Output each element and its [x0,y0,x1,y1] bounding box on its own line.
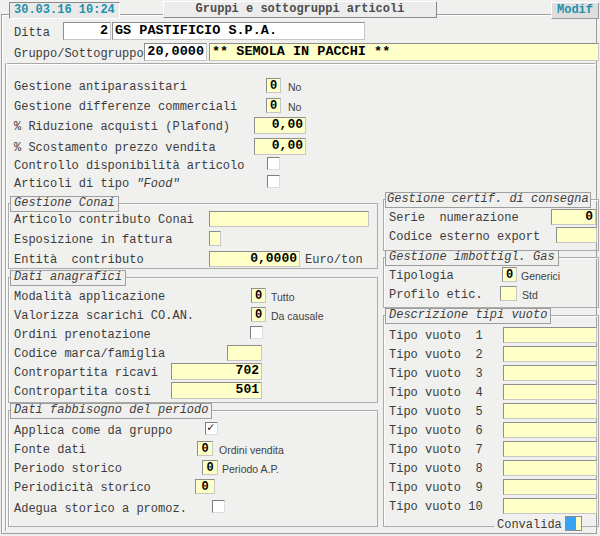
conai-articolo-field[interactable] [209,211,369,227]
valorizza-label: Valorizza scarichi CO.AN. [14,309,194,323]
conai-esposizione-field[interactable] [209,231,221,246]
ordini-label: Ordini prenotazione [14,328,151,342]
valorizza-field[interactable]: 0 [251,307,266,322]
ordini-checkbox[interactable] [250,326,263,339]
profilo-label: Profilo etic. [389,288,483,302]
tipo-vuoto-8-field[interactable] [503,460,597,476]
convalida-label: Convalida [494,518,565,532]
adegua-checkbox[interactable] [212,500,225,513]
conai-entita-field[interactable]: 0,0000 [209,251,300,267]
tipo-vuoto-4-field[interactable] [503,384,597,400]
conai-entita-label: Entità contributo [14,253,144,267]
tipologia-field[interactable]: 0 [502,267,517,282]
tipo-vuoto-4-label: Tipo vuoto 4 [389,386,483,400]
differenze-field[interactable]: 0 [266,98,281,113]
tipo-vuoto-7-label: Tipo vuoto 7 [389,443,483,457]
ditta-code-field[interactable]: 2 [63,22,111,40]
applica-label: Applica come da gruppo [14,424,172,438]
serie-label: Serie numerazione [389,211,519,225]
periodo-desc: Periodo A.P. [222,462,279,476]
tipo-vuoto-2-label: Tipo vuoto 2 [389,348,483,362]
tipo-vuoto-1-field[interactable] [503,327,597,343]
fonte-label: Fonte dati [14,443,86,457]
tipologia-desc: Generici [521,269,560,283]
scostamento-label: % Scostamento prezzo vendita [14,141,216,155]
tipi-vuoto-group-title: Descrizione tipi vuoto [385,308,551,324]
riduzione-field[interactable]: 0,00 [254,117,306,134]
ditta-label: Ditta [14,26,50,40]
marca-label: Codice marca/famiglia [14,347,165,361]
profilo-field[interactable] [500,286,517,301]
costi-label: Contropartita costi [14,385,151,399]
fonte-desc: Ordini vendita [219,443,284,457]
marca-field[interactable] [227,345,262,361]
modalita-label: Modalità applicazione [14,290,165,304]
valorizza-desc: Da causale [271,309,324,323]
tipo-vuoto-3-field[interactable] [503,365,597,381]
profilo-desc: Std [522,288,538,302]
gruppo-code-field[interactable]: 20,0000 [144,43,207,61]
tipo-vuoto-8-label: Tipo vuoto 8 [389,462,483,476]
food-label: Articoli di tipo "Food" [14,177,180,191]
codice-export-field[interactable] [556,227,597,243]
certif-group-title: Gestione certif. di consegna [385,192,591,208]
header-divider [5,63,595,64]
convalida-input[interactable] [565,516,582,531]
tipo-vuoto-7-field[interactable] [503,441,597,457]
tipologia-label: Tipologia [389,269,454,283]
tipo-vuoto-6-label: Tipo vuoto 6 [389,424,483,438]
tipo-vuoto-6-field[interactable] [503,422,597,438]
food-checkbox[interactable] [267,175,280,188]
scostamento-field[interactable]: 0,00 [254,138,306,155]
modalita-field[interactable]: 0 [251,288,266,303]
inner-frame-line [5,63,6,531]
periodo-label: Periodo storico [14,462,122,476]
ricavi-label: Contropartita ricavi [14,366,158,380]
gruppo-desc-field[interactable]: ** SEMOLA IN PACCHI ** [209,43,599,61]
gas-group-title: Gestione imbottigl. Gas [385,250,559,266]
conai-esposizione-label: Esposizione in fattura [14,233,172,247]
conai-entita-suffix: Euro/ton [305,253,363,267]
applica-checkbox[interactable] [205,422,218,435]
tipo-vuoto-9-field[interactable] [503,479,597,495]
mode-badge: Modif [551,2,599,19]
periodicita-field[interactable]: 0 [195,479,215,494]
costi-field[interactable]: 501 [171,382,262,399]
gruppo-label: Gruppo/Sottogruppo [14,47,144,61]
tipo-vuoto-10-label: Tipo vuoto 10 [389,500,483,514]
tipo-vuoto-9-label: Tipo vuoto 9 [389,481,483,495]
controllo-label: Controllo disponibilità articolo [14,159,244,173]
page-title: Gruppi e sottogruppi articoli [163,1,437,18]
antiparassitari-label: Gestione antiparassitari [14,80,187,94]
tipo-vuoto-3-label: Tipo vuoto 3 [389,367,483,381]
fonte-field[interactable]: 0 [197,441,213,456]
tipo-vuoto-10-field[interactable] [503,498,597,514]
periodo-field[interactable]: 0 [202,460,218,475]
differenze-label: Gestione differenze commerciali [14,100,237,114]
codice-export-label: Codice esterno export [389,230,540,244]
differenze-desc: No [288,100,301,114]
conai-articolo-label: Articolo contributo Conai [14,213,194,227]
periodicita-label: Periodicità storico [14,481,151,495]
serie-field[interactable]: 0 [551,209,596,225]
antiparassitari-field[interactable]: 0 [266,78,281,93]
fabbisogno-group-title: Dati fabbisogno del periodo [10,403,212,419]
datetime-status: 30.03.16 10:24 [9,2,120,19]
text-cursor [566,517,576,530]
ricavi-field[interactable]: 702 [171,363,262,380]
app-window: 30.03.16 10:24 Gruppi e sottogruppi arti… [0,0,600,536]
tipo-vuoto-2-field[interactable] [503,346,597,362]
anagrafici-group-title: Dati anagrafici [10,270,126,286]
tipo-vuoto-5-label: Tipo vuoto 5 [389,405,483,419]
controllo-checkbox[interactable] [267,157,280,170]
modalita-desc: Tutto [271,290,295,304]
tipo-vuoto-5-field[interactable] [503,403,597,419]
riduzione-label: % Riduzione acquisti (Plafond) [14,120,230,134]
ditta-name-field[interactable]: GS PASTIFICIO S.P.A. [112,22,365,40]
adegua-label: Adegua storico a promoz. [14,502,187,516]
conai-group-title: Gestione Conai [10,196,119,212]
tipo-vuoto-1-label: Tipo vuoto 1 [389,329,483,343]
antiparassitari-desc: No [288,80,301,94]
